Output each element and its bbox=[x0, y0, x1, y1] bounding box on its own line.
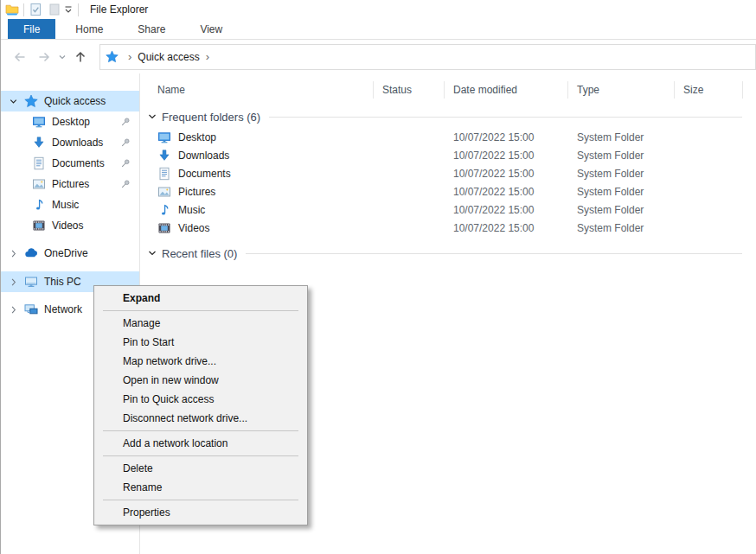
sidebar-item-label: This PC bbox=[44, 276, 81, 288]
menu-item-pin-to-start[interactable]: Pin to Start bbox=[94, 333, 307, 352]
forward-icon[interactable] bbox=[37, 50, 51, 64]
pin-icon bbox=[120, 158, 131, 169]
quick-access-star-icon bbox=[106, 50, 119, 63]
chevron-down-icon[interactable] bbox=[147, 248, 157, 258]
this-pc-icon bbox=[24, 275, 38, 289]
music-icon bbox=[157, 203, 171, 217]
file-name: Pictures bbox=[178, 186, 215, 198]
menu-item-add-network-location[interactable]: Add a network location bbox=[94, 434, 307, 453]
menu-item-rename[interactable]: Rename bbox=[94, 478, 307, 497]
frequent-folders-list: Desktop 10/07/2022 15:00 System Folder D… bbox=[140, 128, 756, 237]
file-row-music[interactable]: Music 10/07/2022 15:00 System Folder bbox=[140, 201, 756, 219]
pin-icon bbox=[120, 179, 131, 189]
tab-file[interactable]: File bbox=[8, 19, 55, 39]
column-header-type[interactable]: Type bbox=[568, 81, 675, 99]
chevron-down-icon[interactable] bbox=[147, 111, 157, 122]
new-folder-icon[interactable] bbox=[48, 3, 61, 16]
sidebar-item-quick-access[interactable]: Quick access bbox=[1, 91, 139, 111]
sidebar-item-onedrive[interactable]: OneDrive bbox=[1, 243, 139, 264]
menu-item-expand[interactable]: Expand bbox=[94, 289, 307, 308]
sidebar-item-desktop[interactable]: Desktop bbox=[1, 111, 139, 132]
menu-separator bbox=[103, 455, 298, 456]
sidebar-item-label: Desktop bbox=[52, 116, 90, 128]
file-date-modified: 10/07/2022 15:00 bbox=[445, 222, 568, 234]
customize-toolbar-dropdown-icon[interactable] bbox=[63, 4, 74, 15]
recent-locations-dropdown-icon[interactable] bbox=[58, 53, 67, 61]
up-icon[interactable] bbox=[74, 50, 87, 64]
videos-icon bbox=[32, 219, 46, 232]
group-title: Recent files (0) bbox=[162, 247, 237, 260]
file-row-documents[interactable]: Documents 10/07/2022 15:00 System Folder bbox=[140, 164, 756, 182]
file-row-videos[interactable]: Videos 10/07/2022 15:00 System Folder bbox=[140, 219, 756, 237]
tab-home[interactable]: Home bbox=[61, 19, 118, 39]
menu-item-manage[interactable]: Manage bbox=[94, 314, 307, 333]
breadcrumb-chevron-icon[interactable]: › bbox=[122, 51, 138, 62]
file-name: Downloads bbox=[178, 150, 229, 162]
menu-item-disconnect-network-drive[interactable]: Disconnect network drive... bbox=[94, 409, 307, 428]
sidebar-item-label: Pictures bbox=[52, 178, 89, 190]
menu-item-map-network-drive[interactable]: Map network drive... bbox=[94, 352, 307, 371]
group-rule bbox=[269, 117, 742, 118]
file-type: System Folder bbox=[568, 204, 675, 216]
window-title: File Explorer bbox=[90, 3, 148, 16]
sidebar-item-downloads[interactable]: Downloads bbox=[1, 132, 139, 153]
menu-separator bbox=[103, 310, 298, 311]
sidebar-item-label: Music bbox=[52, 199, 79, 211]
group-header-frequent-folders[interactable]: Frequent folders (6) bbox=[140, 108, 756, 125]
separator bbox=[23, 3, 24, 16]
network-icon bbox=[24, 302, 38, 316]
chevron-right-icon[interactable] bbox=[9, 249, 18, 258]
downloads-icon bbox=[157, 149, 171, 162]
file-name: Documents bbox=[178, 168, 231, 180]
breadcrumb-location[interactable]: Quick access bbox=[138, 51, 199, 63]
chevron-down-icon[interactable] bbox=[9, 97, 18, 106]
back-icon[interactable] bbox=[13, 50, 27, 64]
column-header-date-modified[interactable]: Date modified bbox=[445, 81, 568, 99]
file-row-desktop[interactable]: Desktop 10/07/2022 15:00 System Folder bbox=[140, 128, 756, 146]
file-date-modified: 10/07/2022 15:00 bbox=[445, 150, 568, 162]
column-headers: Name Status Date modified Type Size bbox=[140, 79, 756, 101]
file-row-downloads[interactable]: Downloads 10/07/2022 15:00 System Folder bbox=[140, 146, 756, 164]
column-header-name[interactable]: Name bbox=[140, 81, 374, 99]
context-menu: Expand Manage Pin to Start Map network d… bbox=[93, 285, 308, 525]
group-rule bbox=[246, 253, 742, 254]
videos-icon bbox=[157, 221, 171, 235]
file-name: Desktop bbox=[178, 131, 216, 143]
file-row-pictures[interactable]: Pictures 10/07/2022 15:00 System Folder bbox=[140, 182, 756, 201]
tab-share[interactable]: Share bbox=[123, 19, 180, 39]
sidebar-item-pictures[interactable]: Pictures bbox=[1, 174, 139, 194]
group-title: Frequent folders (6) bbox=[162, 111, 260, 124]
address-bar[interactable]: › Quick access › bbox=[99, 44, 756, 70]
menu-item-delete[interactable]: Delete bbox=[94, 459, 307, 478]
separator bbox=[78, 3, 79, 16]
properties-icon[interactable] bbox=[29, 3, 42, 16]
file-date-modified: 10/07/2022 15:00 bbox=[445, 186, 568, 198]
tab-view[interactable]: View bbox=[185, 19, 237, 39]
column-header-size[interactable]: Size bbox=[675, 81, 743, 99]
documents-icon bbox=[157, 167, 171, 181]
menu-item-pin-to-quick-access[interactable]: Pin to Quick access bbox=[94, 390, 307, 409]
sidebar-item-videos[interactable]: Videos bbox=[1, 215, 139, 236]
pictures-icon bbox=[32, 177, 46, 191]
chevron-right-icon[interactable] bbox=[9, 305, 18, 315]
sidebar-item-label: Documents bbox=[52, 157, 105, 169]
column-header-status[interactable]: Status bbox=[374, 81, 445, 99]
sidebar-item-label: OneDrive bbox=[44, 247, 88, 259]
documents-icon bbox=[32, 156, 46, 170]
menu-separator bbox=[103, 430, 298, 431]
menu-item-properties[interactable]: Properties bbox=[94, 503, 307, 522]
music-icon bbox=[32, 198, 46, 212]
downloads-icon bbox=[32, 136, 46, 150]
file-explorer-window: File Explorer File Home Share View › Qui… bbox=[0, 0, 756, 554]
file-name: Videos bbox=[178, 222, 209, 234]
breadcrumb-chevron-icon[interactable]: › bbox=[200, 51, 215, 62]
file-explorer-icon bbox=[5, 3, 19, 16]
pin-icon bbox=[120, 137, 131, 148]
group-header-recent-files[interactable]: Recent files (0) bbox=[140, 245, 756, 262]
menu-item-open-in-new-window[interactable]: Open in new window bbox=[94, 371, 307, 390]
sidebar-item-documents[interactable]: Documents bbox=[1, 153, 139, 174]
file-date-modified: 10/07/2022 15:00 bbox=[445, 168, 568, 180]
sidebar-item-music[interactable]: Music bbox=[1, 194, 139, 215]
chevron-right-icon[interactable] bbox=[9, 277, 18, 287]
menu-separator bbox=[103, 500, 298, 500]
